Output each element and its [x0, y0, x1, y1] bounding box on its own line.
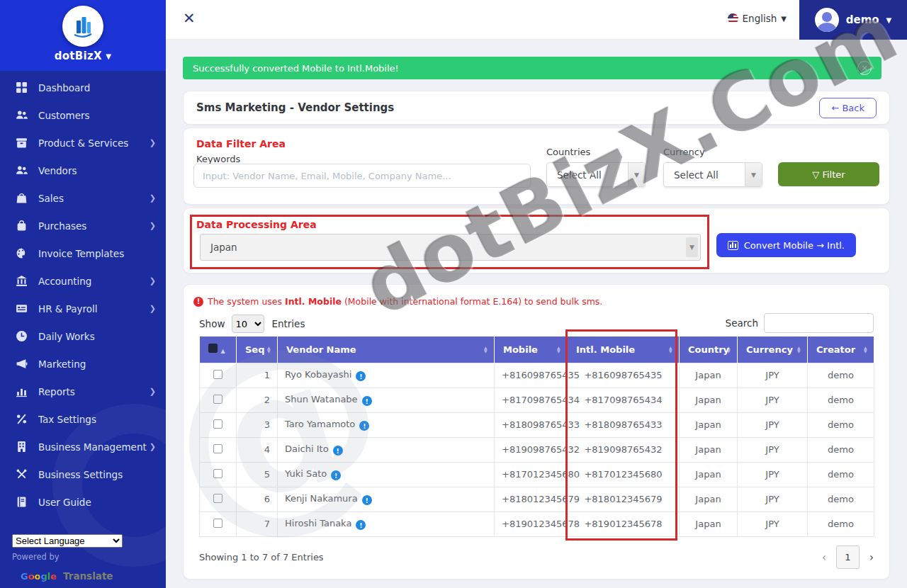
- row-checkbox[interactable]: [213, 519, 222, 528]
- creator-cell: demo: [808, 412, 874, 437]
- table-row: 6 Kenji Nakamura! +818012345679 +8180123…: [200, 487, 874, 511]
- sidebar-item-label: Sales: [38, 193, 64, 204]
- sort-icon: [267, 346, 273, 353]
- filter-heading: Data Filter Area: [196, 138, 877, 149]
- close-icon[interactable]: ✕: [183, 11, 196, 26]
- google-translate-select[interactable]: Select Language: [12, 534, 123, 548]
- show-label: Show: [199, 318, 225, 329]
- avatar: [815, 8, 839, 32]
- sidebar-item-marketing[interactable]: Marketing: [0, 350, 166, 378]
- keywords-input[interactable]: [193, 164, 531, 188]
- info-icon[interactable]: !: [359, 421, 369, 431]
- column-header-mobile[interactable]: Mobile: [495, 337, 568, 363]
- country-cell: Japan: [680, 487, 738, 511]
- sidebar-item-customers[interactable]: Customers: [0, 101, 166, 129]
- user-menu[interactable]: demo ▼: [799, 0, 907, 40]
- table-search: Search: [726, 313, 874, 333]
- sidebar-item-label: Customers: [38, 110, 90, 121]
- info-icon[interactable]: !: [333, 446, 343, 456]
- row-checkbox[interactable]: [213, 444, 222, 453]
- column-header-seq[interactable]: Seq: [237, 337, 278, 363]
- info-icon[interactable]: !: [362, 495, 372, 505]
- search-input[interactable]: [764, 313, 874, 333]
- info-icon[interactable]: !: [362, 396, 372, 406]
- row-checkbox[interactable]: [213, 494, 222, 503]
- row-checkbox[interactable]: [213, 469, 222, 478]
- info-icon[interactable]: !: [356, 520, 366, 530]
- table-row: 5 Yuki Sato! +817012345680 +817012345680…: [200, 462, 874, 487]
- alert-close-icon[interactable]: ✕: [857, 61, 872, 75]
- vendor-name-cell: Hiroshi Tanaka!: [278, 511, 495, 536]
- payroll-card-icon: [16, 303, 28, 315]
- row-checkbox[interactable]: [213, 370, 222, 379]
- select-all-checkbox[interactable]: [208, 344, 218, 353]
- sort-icon: [669, 346, 675, 353]
- select-all-header[interactable]: ▲: [200, 337, 237, 363]
- vendor-name-cell: Ryo Kobayashi!: [278, 363, 495, 388]
- app-window: dotBizX ▼ Dashboard Customers Product & …: [0, 0, 907, 588]
- column-header-creator[interactable]: Creator: [808, 337, 874, 363]
- table-row: 3 Taro Yamamoto! +818098765433 +81809876…: [200, 412, 874, 437]
- creator-cell: demo: [808, 487, 874, 511]
- chevron-right-icon: ❯: [150, 304, 156, 313]
- shopping-bag-icon: [16, 192, 28, 204]
- column-header-currency[interactable]: Currency: [738, 337, 808, 363]
- row-checkbox[interactable]: [213, 419, 222, 429]
- sidebar-item-daily-works[interactable]: Daily Works: [0, 322, 166, 350]
- info-icon[interactable]: !: [331, 470, 341, 480]
- countries-select[interactable]: Select All ▼: [546, 162, 646, 187]
- tools-icon: [16, 468, 28, 480]
- vendor-name-cell: Shun Watanabe!: [278, 388, 495, 412]
- google-translate-logo[interactable]: Google Translate: [21, 570, 154, 582]
- sidebar-item-hr-payroll[interactable]: HR & Payroll ❯: [0, 295, 166, 322]
- chevron-right-icon: ❯: [150, 221, 156, 230]
- mobile-cell: +817098765434: [495, 388, 568, 412]
- row-checkbox[interactable]: [213, 395, 222, 404]
- filter-button[interactable]: ▽ Filter: [778, 162, 879, 186]
- chevron-down-icon: ▼: [686, 237, 698, 257]
- currency-label: Currency: [663, 147, 705, 157]
- currency-cell: JPY: [738, 511, 808, 536]
- sidebar-item-label: Reports: [38, 386, 75, 397]
- intl-mobile-cell: +817098765434: [568, 388, 680, 412]
- sidebar-item-reports[interactable]: Reports ❯: [0, 378, 166, 405]
- mobile-cell: +817012345680: [495, 462, 568, 487]
- previous-page-icon[interactable]: ‹: [822, 551, 826, 564]
- info-icon[interactable]: !: [356, 371, 366, 381]
- us-flag-icon: [728, 13, 738, 24]
- chevron-down-icon: ▼: [628, 163, 645, 186]
- sidebar-item-sales[interactable]: Sales ❯: [0, 184, 166, 212]
- currency-cell: JPY: [738, 412, 808, 437]
- sidebar-item-products[interactable]: Product & Services ❯: [0, 129, 166, 157]
- page-number-button[interactable]: 1: [836, 545, 860, 569]
- clock-icon: [16, 330, 28, 342]
- table-row: 4 Daichi Ito! +819098765432 +81909876543…: [200, 437, 874, 462]
- language-label: English: [743, 13, 777, 24]
- back-button[interactable]: ← Back: [819, 98, 877, 118]
- language-switcher[interactable]: English ▼: [728, 13, 787, 24]
- page-size-select[interactable]: 10: [232, 315, 264, 333]
- sidebar-item-dashboard[interactable]: Dashboard: [0, 74, 166, 101]
- creator-cell: demo: [808, 363, 874, 388]
- chevron-right-icon: ❯: [150, 193, 156, 203]
- convert-mobile-button[interactable]: Convert Mobile → Intl.: [716, 233, 856, 257]
- seq-cell: 3: [237, 412, 278, 437]
- column-header-intl-mobile[interactable]: Intl. Mobile: [568, 337, 680, 363]
- creator-cell: demo: [808, 462, 874, 487]
- next-page-icon[interactable]: ›: [869, 551, 874, 564]
- creator-cell: demo: [808, 437, 874, 462]
- seq-cell: 6: [237, 487, 278, 511]
- keywords-label: Keywords: [196, 154, 877, 164]
- username-label: demo: [846, 13, 879, 26]
- column-header-vendor-name[interactable]: Vendor Name: [278, 337, 495, 363]
- currency-select[interactable]: Select All ▼: [663, 162, 762, 187]
- mobile-cell: +819012345678: [495, 511, 568, 536]
- sidebar-item-vendors[interactable]: Vendors: [0, 157, 166, 184]
- processing-country-select[interactable]: Japan ▼: [200, 234, 701, 261]
- sidebar-item-accounting[interactable]: Accounting ❯: [0, 267, 166, 295]
- sidebar-item-purchases[interactable]: Purchases ❯: [0, 212, 166, 239]
- brand-name[interactable]: dotBizX ▼: [0, 50, 166, 62]
- column-header-country[interactable]: Country: [680, 337, 738, 363]
- sidebar-item-invoice-templates[interactable]: Invoice Templates: [0, 239, 166, 267]
- seq-cell: 5: [237, 462, 278, 487]
